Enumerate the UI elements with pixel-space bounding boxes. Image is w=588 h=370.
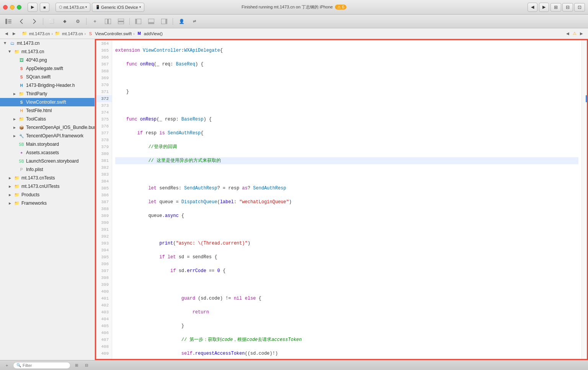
breadcrumb-item-1[interactable]: mt.1473.cn xyxy=(29,31,50,36)
code-editor[interactable]: 364 365 366 367 368 369 370 371 372 373 … xyxy=(95,39,588,360)
sidebar-item-frameworks[interactable]: ▶ 📁 Frameworks xyxy=(0,199,95,207)
sidebar-item-sqcan[interactable]: S SQcan.swift xyxy=(0,73,95,81)
line-num-369: 369 xyxy=(96,75,112,81)
sidebar-item-header[interactable]: H 1473-Brigding-Header.h xyxy=(0,81,95,90)
status-bar: + 🔍 ⊞ ⊟ xyxy=(0,360,588,370)
sidebar-item-viewcontroller[interactable]: S ViewController.swift xyxy=(0,98,95,106)
env-btn[interactable]: ⚙ xyxy=(72,17,83,26)
sidebar-item-toolcalss[interactable]: ▶ 📁 ToolCalss xyxy=(0,115,95,123)
sidebar-item-thirdparty[interactable]: ▶ 📁 ThirdParty xyxy=(0,90,95,98)
assistant-btn[interactable]: 👤 xyxy=(176,17,187,26)
line-num-393: 393 xyxy=(96,240,112,247)
nav-back-btn[interactable]: ◀ xyxy=(528,3,537,12)
code-line-386: self.requestAccessToken((sd.code)!) xyxy=(115,350,578,357)
sidebar-item-products[interactable]: ▶ 📁 Products xyxy=(0,191,95,199)
code-content[interactable]: extension ViewController:WXApiDelegate{ … xyxy=(112,40,581,359)
sidebar-item-label-app: AppDelegate.swift xyxy=(26,66,63,71)
sidebar-item-launch[interactable]: SB LaunchScreen.storyboard xyxy=(0,157,95,165)
breakpoint-btn[interactable]: ◆ xyxy=(59,17,70,26)
code-area[interactable]: 364 365 366 367 368 369 370 371 372 373 … xyxy=(96,40,587,359)
expand-arrow-l xyxy=(12,159,17,163)
split-v-btn[interactable] xyxy=(116,17,126,26)
add-file-btn[interactable]: + xyxy=(3,362,11,369)
line-num-391: 391 xyxy=(96,226,112,233)
version-btn[interactable]: ⇌ xyxy=(189,17,200,26)
sidebar-item-uitests[interactable]: ▶ 📁 mt.1473.cnUITests xyxy=(0,182,95,191)
breadcrumb-item-4[interactable]: addView() xyxy=(144,31,163,36)
sidebar-item-testfile[interactable]: H TestFile.html xyxy=(0,106,95,115)
breadcrumb-back[interactable]: ◀ xyxy=(3,30,10,37)
minimize-button[interactable] xyxy=(10,5,15,10)
gutter-mark-372 xyxy=(582,95,587,102)
code-line-377 xyxy=(115,226,578,233)
sidebar-item-assets[interactable]: ✦ Assets.xcassets xyxy=(0,148,95,157)
sidebar-item-tests[interactable]: ▶ 📁 mt.1473.cnTests xyxy=(0,174,95,182)
line-num-409: 409 xyxy=(96,350,112,357)
line-num-387: 387 xyxy=(96,199,112,205)
file-navigator: ▶ 🗂 mt.1473.cn ▶ 📁 mt.1473.cn 🖼 40*40.pn… xyxy=(0,39,95,360)
sidebar-item-root[interactable]: ▶ 🗂 mt.1473.cn xyxy=(0,39,95,47)
sidebar-item-label-a: Assets.xcassets xyxy=(26,150,59,155)
sidebar-item-main-storyboard[interactable]: SB Main.storyboard xyxy=(0,140,95,148)
plist-icon: P xyxy=(18,166,24,173)
sidebar-item-label-tp: ThirdParty xyxy=(26,91,47,96)
back-btn[interactable] xyxy=(16,17,27,26)
titlebar-status: Finished running mt.1473.cn on 丁志钢的 iPho… xyxy=(242,4,346,10)
code-line-372: // 这里是使用异步的方式来获取的 xyxy=(115,157,578,164)
scheme-selector[interactable]: ⬡ mt.1473.cn ▾ xyxy=(56,3,90,12)
maximize-button[interactable] xyxy=(17,5,21,10)
sidebar-item-png[interactable]: 🖼 40*40.png xyxy=(0,56,95,64)
filter-input[interactable] xyxy=(23,363,67,368)
debug-panel-btn[interactable] xyxy=(146,17,157,26)
line-num-375: 375 xyxy=(96,116,112,123)
breadcrumb-item-2[interactable]: mt.1473.cn xyxy=(62,31,83,36)
stop-button[interactable]: ■ xyxy=(40,3,49,12)
storyboard-icon-launch: SB xyxy=(18,158,24,164)
sidebar-item-appdelegate[interactable]: S AppDelegate.swift xyxy=(0,64,95,73)
filter-history-btn[interactable]: ⊟ xyxy=(83,362,90,369)
svg-rect-7 xyxy=(118,22,124,24)
split-h-btn[interactable] xyxy=(103,17,113,26)
inspector-btn[interactable] xyxy=(159,17,170,26)
xcassets-icon: ✦ xyxy=(18,150,24,156)
sidebar-item-tencent-bundle[interactable]: ▶ 📦 TencentOpenApi_IOS_Bundle.bundle xyxy=(0,123,95,132)
line-num-371: 371 xyxy=(96,88,112,95)
hide-navigator-btn[interactable] xyxy=(133,17,144,26)
breadcrumb-forward[interactable]: ▶ xyxy=(11,30,18,37)
issue-prev[interactable]: ◀ xyxy=(564,30,571,37)
expand-arrow-tests: ▶ xyxy=(8,176,12,180)
close-button[interactable] xyxy=(3,5,8,10)
line-num-385: 385 xyxy=(96,185,112,192)
forward-btn[interactable] xyxy=(29,17,40,26)
sidebar-toggle-btn[interactable] xyxy=(3,17,14,26)
bottom-panel-toggle[interactable]: ⊟ xyxy=(562,3,573,11)
png-icon: 🖼 xyxy=(18,57,24,63)
nav-forward-btn[interactable]: ▶ xyxy=(539,3,549,12)
right-panel-toggle[interactable]: ⊡ xyxy=(574,3,585,11)
svg-rect-3 xyxy=(8,23,11,23)
line-num-372: 372 xyxy=(96,95,112,102)
code-line-369: func onResp(_ resp: BaseResp) { xyxy=(115,116,578,123)
sidebar-item-group1[interactable]: ▶ 📁 mt.1473.cn xyxy=(0,47,95,56)
issue-next[interactable]: ▶ xyxy=(578,30,585,37)
filter-options-btn[interactable]: ⊞ xyxy=(73,362,80,369)
sidebar-item-label-ms: Main.storyboard xyxy=(26,142,59,147)
sidebar-item-info[interactable]: P Info.plist xyxy=(0,165,95,174)
line-num-406: 406 xyxy=(96,329,112,336)
show-navigator-btn[interactable]: ⬜ xyxy=(46,17,57,26)
line-num-368: 368 xyxy=(96,68,112,75)
add-editor-btn[interactable]: + xyxy=(90,17,100,26)
warning-badge[interactable]: ⚠ 6 xyxy=(335,5,346,10)
breadcrumb-item-3[interactable]: ViewController.swift xyxy=(95,31,132,36)
group-icon-frameworks: 📁 xyxy=(14,200,20,206)
run-button[interactable]: ▶ xyxy=(28,3,38,12)
project-icon: 🗂 xyxy=(9,40,15,46)
device-selector[interactable]: 📱 Generic iOS Device ▾ xyxy=(92,3,144,12)
sidebar-item-label-h: 1473-Brigding-Header.h xyxy=(26,83,75,88)
code-line-366 xyxy=(115,75,578,81)
line-num-398: 398 xyxy=(96,274,112,281)
left-panel-toggle[interactable]: ⊞ xyxy=(550,3,561,11)
filter-input-container[interactable]: 🔍 xyxy=(13,362,70,369)
line-num-367: 367 xyxy=(96,61,112,68)
sidebar-item-tencent-framework[interactable]: ▶ 🔧 TencentOpenAPI.framework xyxy=(0,132,95,140)
